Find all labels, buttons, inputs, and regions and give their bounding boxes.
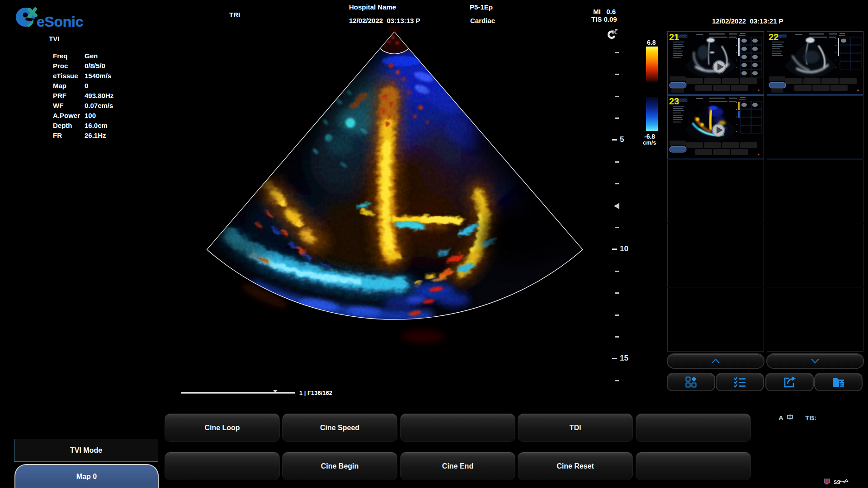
svg-text:eSonic: eSonic bbox=[37, 14, 83, 30]
svg-text:21: 21 bbox=[669, 32, 679, 42]
svg-text:23: 23 bbox=[669, 96, 679, 106]
svg-text:SS: SS bbox=[834, 479, 840, 485]
svg-text:22: 22 bbox=[769, 32, 778, 42]
